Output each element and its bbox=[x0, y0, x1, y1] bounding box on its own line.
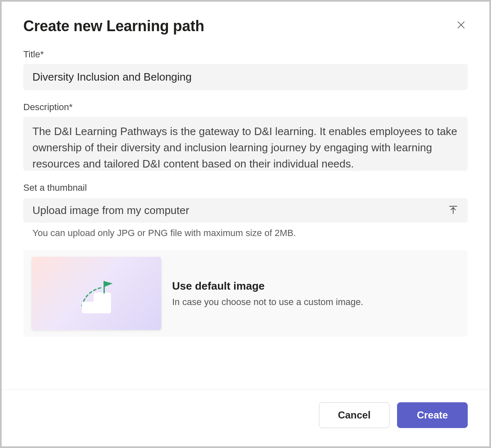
upload-image-button[interactable]: Upload image from my computer bbox=[23, 198, 468, 223]
dialog-body: Title* Description* Set a thumbnail Uplo… bbox=[2, 39, 489, 389]
description-input[interactable] bbox=[23, 117, 468, 171]
default-image-subtitle: In case you choose not to use a custom i… bbox=[172, 297, 363, 308]
upload-helper-text: You can upload only JPG or PNG file with… bbox=[32, 228, 468, 239]
dialog-footer: Cancel Create bbox=[2, 389, 489, 446]
title-input[interactable] bbox=[23, 64, 468, 90]
upload-icon bbox=[448, 204, 459, 217]
create-button[interactable]: Create bbox=[397, 402, 468, 428]
close-icon bbox=[456, 20, 466, 30]
description-label: Description* bbox=[23, 102, 468, 113]
description-field: Description* bbox=[23, 102, 468, 171]
default-image-title: Use default image bbox=[172, 280, 363, 293]
title-field: Title* bbox=[23, 49, 468, 90]
title-label: Title* bbox=[23, 49, 468, 60]
create-learning-path-dialog: Create new Learning path Title* Descript… bbox=[2, 2, 489, 446]
default-image-text: Use default image In case you choose not… bbox=[172, 280, 363, 308]
upload-text: Upload image from my computer bbox=[32, 204, 189, 217]
close-button[interactable] bbox=[454, 18, 468, 32]
thumbnail-label: Set a thumbnail bbox=[23, 182, 468, 193]
svg-rect-4 bbox=[104, 281, 105, 293]
default-thumbnail-preview bbox=[32, 257, 161, 330]
default-image-card[interactable]: Use default image In case you choose not… bbox=[23, 250, 468, 337]
dialog-header: Create new Learning path bbox=[2, 2, 489, 39]
cancel-button[interactable]: Cancel bbox=[319, 402, 390, 428]
thumbnail-field: Set a thumbnail Upload image from my com… bbox=[23, 182, 468, 239]
dialog-title: Create new Learning path bbox=[23, 17, 204, 35]
flag-steps-icon bbox=[69, 274, 123, 316]
